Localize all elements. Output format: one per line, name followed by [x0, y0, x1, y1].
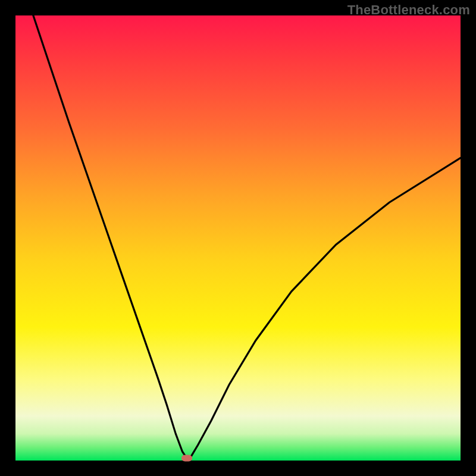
optimal-marker — [181, 455, 192, 462]
curve-path — [33, 15, 461, 458]
plot-area — [15, 15, 461, 461]
chart-frame: TheBottleneck.com — [0, 0, 476, 476]
bottleneck-curve — [15, 15, 461, 461]
